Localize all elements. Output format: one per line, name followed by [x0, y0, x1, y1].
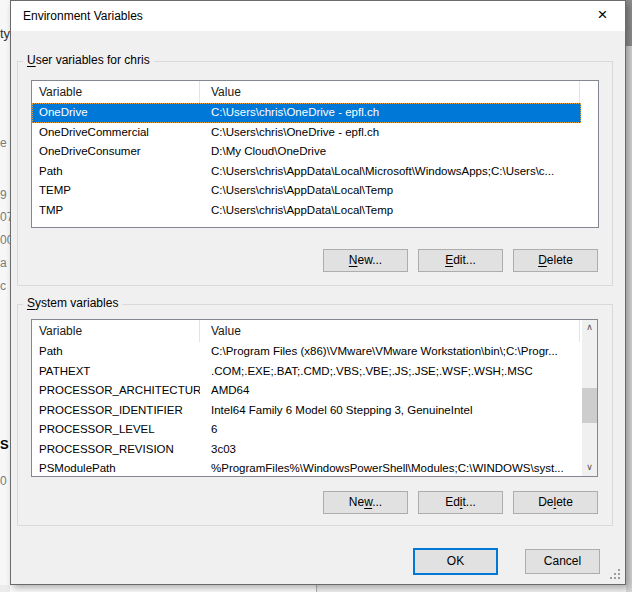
button-label: Delete [538, 495, 573, 509]
value-cell: C:\Users\chris\AppData\Local\Temp [200, 201, 581, 221]
variable-cell: PROCESSOR_ARCHITECTURE [32, 381, 200, 401]
value-cell: D:\My Cloud\OneDrive [200, 142, 581, 162]
ok-button[interactable]: OK [413, 548, 498, 575]
background-window-bottom-right [318, 585, 626, 592]
table-row[interactable]: TMPC:\Users\chris\AppData\Local\Temp [32, 201, 581, 221]
column-header-variable[interactable]: Variable [32, 81, 200, 103]
variable-cell: OneDriveConsumer [32, 142, 200, 162]
variable-cell: PROCESSOR_LEVEL [32, 420, 200, 440]
button-label: New... [349, 253, 382, 267]
value-cell: C:\Program Files (x86)\VMware\VMware Wor… [200, 342, 581, 362]
column-header-value[interactable]: Value [200, 320, 580, 342]
value-cell: AMD64 [200, 381, 581, 401]
scroll-up-button[interactable]: ∧ [582, 320, 597, 336]
table-row[interactable]: PathC:\Users\chris\AppData\Local\Microso… [32, 162, 581, 182]
chevron-up-icon: ∧ [586, 322, 593, 332]
table-row[interactable]: OneDriveConsumerD:\My Cloud\OneDrive [32, 142, 581, 162]
scroll-down-button[interactable]: ∨ [582, 460, 597, 476]
table-row[interactable]: PATHEXT.COM;.EXE;.BAT;.CMD;.VBS;.VBE;.JS… [32, 362, 581, 382]
resize-grip-icon[interactable] [610, 569, 620, 579]
table-row[interactable]: PROCESSOR_IDENTIFIERIntel64 Family 6 Mod… [32, 401, 581, 421]
system-variables-list[interactable]: Variable Value PathC:\Program Files (x86… [31, 319, 598, 477]
close-button[interactable]: × [580, 1, 625, 31]
new-user-variable-button[interactable]: New... [323, 249, 408, 272]
value-cell: %ProgramFiles%\WindowsPowerShell\Modules… [200, 459, 581, 477]
table-row[interactable]: PROCESSOR_LEVEL6 [32, 420, 581, 440]
system-variables-legend: System variables [23, 296, 122, 310]
background-window-bottom-left [10, 585, 317, 592]
button-label: Edit... [445, 495, 476, 509]
background-text-fragment: 9 [0, 188, 7, 202]
table-row[interactable]: OneDriveC:\Users\chris\OneDrive - epfl.c… [32, 103, 581, 123]
dialog-title: Environment Variables [23, 1, 143, 31]
value-cell: C:\Users\chris\OneDrive - epfl.ch [200, 103, 581, 123]
value-cell: .COM;.EXE;.BAT;.CMD;.VBS;.VBE;.JS;.JSE;.… [200, 362, 581, 382]
environment-variables-dialog: Environment Variables × User variables f… [10, 0, 626, 585]
variable-cell: PROCESSOR_REVISION [32, 440, 200, 460]
title-bar[interactable]: Environment Variables × [11, 1, 625, 31]
cancel-button[interactable]: Cancel [525, 549, 600, 574]
background-text-fragment: ty [0, 26, 10, 41]
variable-cell: Path [32, 342, 200, 362]
value-cell: Intel64 Family 6 Model 60 Stepping 3, Ge… [200, 401, 581, 421]
table-row[interactable]: TEMPC:\Users\chris\AppData\Local\Temp [32, 181, 581, 201]
value-cell: C:\Users\chris\AppData\Local\Microsoft\W… [200, 162, 581, 182]
button-label: Edit... [445, 253, 476, 267]
user-variables-list[interactable]: Variable Value OneDriveC:\Users\chris\On… [31, 80, 599, 228]
background-text-fragment: 0 [0, 474, 7, 488]
value-cell: 6 [200, 420, 581, 440]
variable-cell: PATHEXT [32, 362, 200, 382]
variable-cell: PSModulePath [32, 459, 200, 477]
table-row[interactable]: PROCESSOR_ARCHITECTUREAMD64 [32, 381, 581, 401]
delete-user-variable-button[interactable]: Delete [513, 249, 598, 272]
button-label: New... [349, 495, 382, 509]
variable-cell: OneDriveCommercial [32, 123, 200, 143]
scrollbar-thumb[interactable] [582, 388, 597, 423]
user-variables-legend: User variables for chris [23, 53, 154, 67]
button-label: Delete [538, 253, 573, 267]
variable-cell: Path [32, 162, 200, 182]
delete-system-variable-button[interactable]: Delete [513, 491, 598, 514]
variable-cell: TEMP [32, 181, 200, 201]
edit-system-variable-button[interactable]: Edit... [418, 491, 503, 514]
variable-cell: TMP [32, 201, 200, 221]
column-header-value[interactable]: Value [200, 81, 580, 103]
value-cell: C:\Users\chris\AppData\Local\Temp [200, 181, 581, 201]
variable-cell: PROCESSOR_IDENTIFIER [32, 401, 200, 421]
background-text-fragment: e [0, 136, 7, 150]
background-text-fragment: S [0, 437, 9, 452]
table-row[interactable]: PSModulePath%ProgramFiles%\WindowsPowerS… [32, 459, 581, 477]
table-row[interactable]: PathC:\Program Files (x86)\VMware\VMware… [32, 342, 581, 362]
table-row[interactable]: OneDriveCommercialC:\Users\chris\OneDriv… [32, 123, 581, 143]
close-icon: × [598, 5, 608, 24]
background-text-fragment: c [0, 279, 6, 293]
edit-user-variable-button[interactable]: Edit... [418, 249, 503, 272]
value-cell: 3c03 [200, 440, 581, 460]
list-header: Variable Value [32, 320, 597, 342]
background-right-strip-top [626, 0, 632, 46]
vertical-scrollbar[interactable]: ∧ ∨ [582, 320, 597, 476]
column-header-variable[interactable]: Variable [32, 320, 200, 342]
background-right-strip-bottom [626, 46, 632, 592]
table-row[interactable]: PROCESSOR_REVISION3c03 [32, 440, 581, 460]
variable-cell: OneDrive [32, 103, 200, 123]
background-window-left-edge: tye90700acS0 [0, 0, 10, 585]
value-cell: C:\Users\chris\OneDrive - epfl.ch [200, 123, 581, 143]
list-header: Variable Value [32, 81, 598, 103]
new-system-variable-button[interactable]: New... [323, 491, 408, 514]
chevron-down-icon: ∨ [586, 462, 593, 472]
background-text-fragment: a [0, 256, 7, 270]
